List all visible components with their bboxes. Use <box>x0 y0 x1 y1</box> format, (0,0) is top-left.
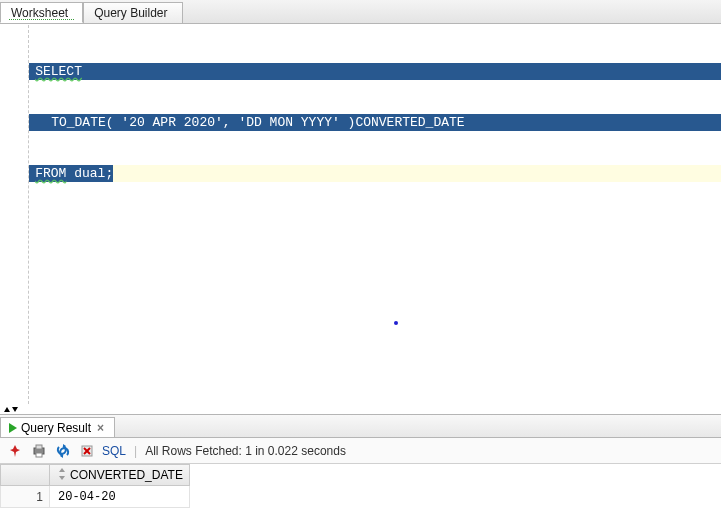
result-grid: CONVERTED_DATE 1 20-04-20 <box>0 464 721 508</box>
svg-rect-3 <box>36 445 42 449</box>
editor-area: SELECT TO_DATE( '20 APR 2020', 'DD MON Y… <box>0 24 721 404</box>
refresh-icon[interactable] <box>54 442 72 460</box>
tab-worksheet[interactable]: Worksheet <box>0 2 83 23</box>
svg-marker-0 <box>4 407 10 412</box>
result-tabs: Query Result × <box>0 414 721 438</box>
toolbar-divider: | <box>132 444 139 458</box>
pane-splitter[interactable] <box>0 404 721 414</box>
editor-tabs: Worksheet Query Builder <box>0 0 721 24</box>
rownum-header[interactable] <box>0 464 50 486</box>
svg-rect-4 <box>36 453 42 457</box>
tab-query-builder-label: Query Builder <box>94 6 167 20</box>
fetch-status: All Rows Fetched: 1 in 0.022 seconds <box>145 444 346 458</box>
tab-query-result-label: Query Result <box>21 421 91 435</box>
tab-worksheet-label: Worksheet <box>11 6 68 20</box>
tab-query-result[interactable]: Query Result × <box>0 417 115 437</box>
sql-button[interactable]: SQL <box>102 444 126 458</box>
delete-icon[interactable] <box>78 442 96 460</box>
close-icon[interactable]: × <box>95 421 106 435</box>
sort-icon <box>58 468 66 482</box>
editor-gutter <box>0 25 29 404</box>
print-icon[interactable] <box>30 442 48 460</box>
tab-query-builder[interactable]: Query Builder <box>83 2 182 23</box>
code-line-2: TO_DATE( '20 APR 2020', 'DD MON YYYY' )C… <box>51 115 464 130</box>
svg-marker-11 <box>59 476 65 480</box>
pin-icon[interactable] <box>6 442 24 460</box>
sql-editor[interactable]: SELECT TO_DATE( '20 APR 2020', 'DD MON Y… <box>29 25 721 404</box>
rownum-cell: 1 <box>0 486 50 508</box>
grid-header-row: CONVERTED_DATE <box>0 464 721 486</box>
caret-indicator <box>394 321 398 325</box>
code-keyword-select: SELECT <box>35 64 82 79</box>
data-cell: 20-04-20 <box>50 486 190 508</box>
svg-marker-1 <box>12 407 18 412</box>
code-keyword-from: FROM <box>35 166 66 181</box>
column-header-label: CONVERTED_DATE <box>70 468 183 482</box>
result-toolbar: SQL | All Rows Fetched: 1 in 0.022 secon… <box>0 438 721 464</box>
svg-marker-10 <box>59 468 65 472</box>
table-row[interactable]: 1 20-04-20 <box>0 486 721 508</box>
splitter-arrows-icon <box>2 404 22 414</box>
code-line-3-rest: dual; <box>66 166 113 181</box>
column-header[interactable]: CONVERTED_DATE <box>50 464 190 486</box>
play-icon <box>9 423 17 433</box>
